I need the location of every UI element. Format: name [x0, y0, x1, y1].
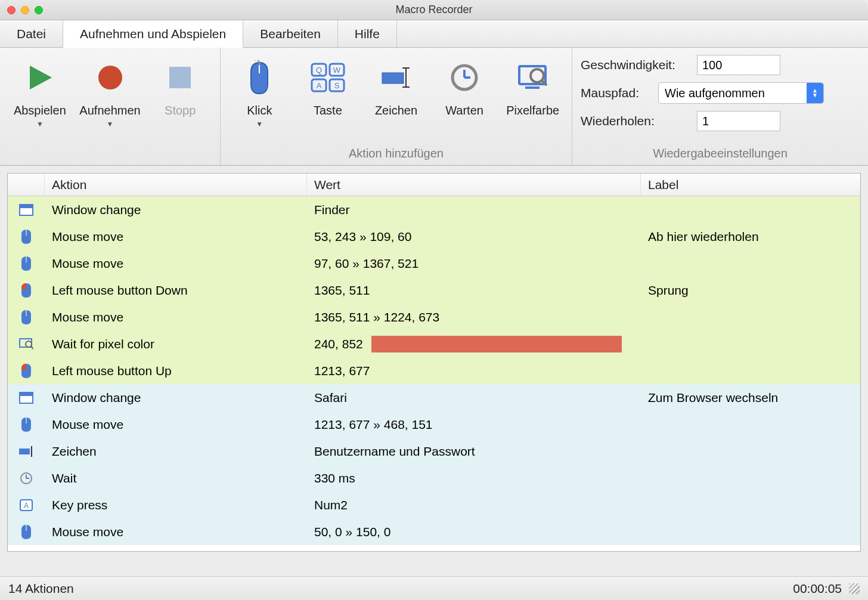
stop-label: Stopp — [165, 104, 196, 117]
row-icon: A — [8, 499, 45, 511]
cell-value: Safari — [314, 391, 347, 405]
record-icon — [95, 56, 125, 99]
svg-text:A: A — [317, 81, 322, 90]
chevron-down-icon: ▼ — [256, 120, 263, 128]
cell-value: 1213, 677 » 468, 151 — [314, 417, 433, 432]
table-row[interactable]: Wait for pixel color240, 852 — [8, 330, 860, 357]
svg-marker-0 — [30, 66, 52, 89]
key-label: Taste — [314, 104, 342, 117]
cell-label: Sprung — [641, 283, 860, 298]
resize-grip-icon[interactable] — [849, 583, 860, 594]
color-swatch — [371, 336, 622, 352]
tab-aufnehmen[interactable]: Aufnehmen und Abspielen — [63, 20, 243, 48]
cell-value: 1365, 511 » 1224, 673 — [314, 310, 439, 324]
table-row[interactable]: Mouse move53, 243 » 109, 60Ab hier wiede… — [8, 223, 860, 250]
record-button[interactable]: Aufnehmen ▼ — [78, 52, 143, 128]
table-row[interactable]: Mouse move97, 60 » 1367, 521 — [8, 250, 860, 277]
speed-input[interactable] — [697, 55, 780, 75]
cell-action: Wait — [45, 471, 307, 485]
svg-text:A: A — [24, 502, 29, 510]
cell-action: Mouse move — [45, 256, 307, 271]
svg-point-21 — [531, 69, 544, 82]
titlebar: Macro Recorder — [0, 0, 868, 20]
table-row[interactable]: Wait330 ms — [8, 465, 860, 491]
cell-action: Wait for pixel color — [45, 337, 307, 351]
row-icon — [8, 283, 45, 298]
table-header: Aktion Wert Label — [8, 174, 860, 196]
cell-value: Benutzername und Passwort — [314, 444, 475, 459]
mousepath-select[interactable]: Wie aufgenommen ▲▼ — [658, 82, 824, 104]
tab-hilfe[interactable]: Hilfe — [338, 20, 397, 47]
table-row[interactable]: Mouse move1213, 677 » 468, 151 — [8, 411, 860, 438]
row-icon — [8, 229, 45, 245]
cell-value: 97, 60 » 1367, 521 — [314, 256, 418, 271]
clock-icon — [450, 56, 479, 99]
row-icon — [8, 338, 45, 351]
maximize-icon[interactable] — [35, 6, 43, 14]
mousepath-value: Wie aufgenommen — [659, 86, 807, 100]
cell-action: Mouse move — [45, 417, 307, 432]
cell-action: Zeichen — [45, 444, 307, 459]
row-icon — [8, 256, 45, 271]
cell-action: Key press — [45, 498, 307, 512]
cell-value: 53, 243 » 109, 60 — [314, 230, 411, 244]
chevron-down-icon: ▼ — [107, 120, 114, 128]
table-row[interactable]: Window changeFinder — [8, 196, 860, 223]
table-row[interactable]: Mouse move50, 0 » 150, 0 — [8, 518, 860, 545]
play-label: Abspielen — [14, 104, 66, 117]
table-body: Window changeFinderMouse move53, 243 » 1… — [8, 196, 860, 545]
key-button[interactable]: Q W A S Taste — [296, 52, 360, 117]
table-row[interactable]: AKey pressNum2 — [8, 491, 860, 518]
pixel-button[interactable]: Pixelfarbe — [501, 52, 565, 117]
play-button[interactable]: Abspielen ▼ — [7, 52, 73, 128]
wait-button[interactable]: Warten — [433, 52, 497, 117]
row-icon — [8, 524, 45, 540]
svg-text:Q: Q — [316, 66, 322, 75]
tab-datei[interactable]: Datei — [0, 20, 63, 47]
group-add-label: Aktion hinzufügen — [228, 147, 565, 163]
svg-rect-34 — [19, 449, 30, 454]
repeat-label: Wiederholen: — [581, 114, 691, 128]
col-action[interactable]: Aktion — [45, 174, 307, 196]
row-icon — [8, 417, 45, 432]
cell-label: Zum Browser wechseln — [641, 391, 860, 405]
record-label: Aufnehmen — [79, 104, 140, 117]
svg-text:S: S — [334, 81, 340, 90]
tab-bearbeiten[interactable]: Bearbeiten — [243, 20, 338, 47]
cell-value: 50, 0 » 150, 0 — [314, 525, 390, 539]
minimize-icon[interactable] — [21, 6, 29, 14]
cell-action: Left mouse button Down — [45, 283, 307, 298]
row-icon — [8, 446, 45, 457]
group-settings: Geschwindigkeit: Mauspfad: Wie aufgenomm… — [572, 48, 868, 165]
group-add-action: Klick ▼ Q W A S Taste Zeichen — [221, 48, 572, 165]
svg-point-1 — [98, 66, 122, 89]
chevron-updown-icon: ▲▼ — [807, 83, 823, 103]
status-time: 00:00:05 — [793, 582, 842, 596]
keyboard-icon: Q W A S — [311, 56, 345, 99]
table-row[interactable]: Mouse move1365, 511 » 1224, 673 — [8, 304, 860, 330]
col-label[interactable]: Label — [641, 174, 860, 196]
stop-button[interactable]: Stopp — [147, 52, 213, 117]
table-row[interactable]: Left mouse button Up1213, 677 — [8, 357, 860, 384]
cell-value: 1365, 511 — [314, 283, 370, 298]
col-value[interactable]: Wert — [307, 174, 641, 196]
close-icon[interactable] — [7, 6, 16, 14]
click-label: Klick — [247, 104, 272, 117]
table-row[interactable]: Left mouse button Down1365, 511Sprung — [8, 277, 860, 304]
repeat-input[interactable] — [697, 111, 780, 131]
cell-action: Mouse move — [45, 310, 307, 324]
svg-line-30 — [31, 347, 33, 349]
click-button[interactable]: Klick ▼ — [228, 52, 292, 128]
col-icon[interactable] — [8, 174, 45, 196]
stop-icon — [167, 56, 193, 99]
svg-point-29 — [26, 341, 32, 347]
cell-action: Left mouse button Up — [45, 364, 307, 378]
table-row[interactable]: ZeichenBenutzername und Passwort — [8, 438, 860, 465]
table-row[interactable]: Window changeSafariZum Browser wechseln — [8, 384, 860, 411]
svg-rect-20 — [525, 86, 540, 89]
char-button[interactable]: Zeichen — [364, 52, 428, 117]
cell-action: Window change — [45, 203, 307, 217]
group-playback: Abspielen ▼ Aufnehmen ▼ Stopp — [0, 48, 221, 165]
cell-value: 240, 852 — [314, 337, 363, 351]
window-controls — [7, 6, 43, 14]
